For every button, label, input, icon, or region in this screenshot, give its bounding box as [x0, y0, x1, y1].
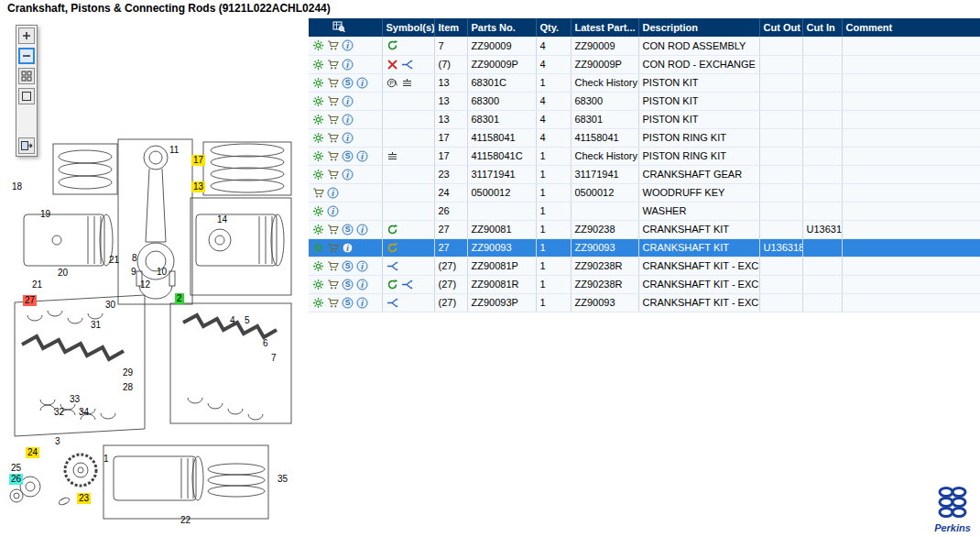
diagram-callout-31[interactable]: 31	[89, 320, 103, 331]
gear-icon[interactable]	[312, 77, 324, 89]
diagram-callout-35[interactable]: 35	[276, 474, 289, 485]
table-row[interactable]: Si(27)ZZ90093P1ZZ90093CRANKSHAFT KIT - E…	[309, 293, 980, 312]
gear-icon[interactable]	[312, 169, 324, 181]
s-icon[interactable]: S	[342, 224, 354, 236]
diagram-callout-5[interactable]: 5	[243, 315, 252, 326]
table-row[interactable]: i1741158041441158041PISTON RING KIT	[309, 128, 980, 147]
column-header-item[interactable]: Item	[434, 18, 467, 37]
column-header-parts-no-[interactable]: Parts No.	[467, 18, 536, 37]
cart-icon[interactable]	[327, 150, 339, 162]
diagram-callout-23[interactable]: 23	[77, 493, 91, 504]
info-icon[interactable]: i	[342, 169, 354, 181]
cart-icon[interactable]	[312, 187, 324, 199]
diagram-callout-34[interactable]: 34	[77, 407, 91, 418]
table-row[interactable]: i7ZZ900094ZZ90009CON ROD ASSEMBLY	[309, 37, 980, 55]
zoom-fit-button[interactable]	[18, 68, 35, 84]
diagram-callout-28[interactable]: 28	[121, 382, 135, 393]
gear-icon[interactable]	[312, 260, 324, 272]
gear-icon[interactable]	[312, 205, 324, 217]
gear-icon[interactable]	[312, 150, 324, 162]
diagram-callout-18[interactable]: 18	[10, 181, 24, 192]
diagram-callout-6[interactable]: 6	[261, 338, 270, 349]
table-row[interactable]: i24050001210500012WOODRUFF KEY	[309, 183, 980, 202]
s-icon[interactable]: S	[342, 77, 354, 89]
cart-icon[interactable]	[327, 59, 339, 71]
diagram-callout-2[interactable]: 2	[175, 293, 184, 304]
diagram-callout-22[interactable]: 22	[179, 515, 192, 526]
s-icon[interactable]: S	[342, 297, 354, 309]
gear-icon[interactable]	[312, 59, 324, 71]
diagram-callout-17[interactable]: 17	[191, 155, 205, 166]
column-header-latest-part-[interactable]: Latest Part...	[571, 18, 638, 37]
cart-icon[interactable]	[327, 279, 339, 290]
info-icon[interactable]: i	[356, 224, 368, 236]
diagram-callout-10[interactable]: 10	[155, 267, 169, 278]
diagram-callout-21[interactable]: 21	[30, 279, 44, 290]
diagram-callout-11[interactable]: 11	[168, 145, 180, 156]
gear-icon[interactable]	[312, 132, 324, 144]
table-row[interactable]: Si27ZZ900811ZZ90238CRANKSHAFT KITU136319	[309, 220, 980, 238]
diagram-callout-8[interactable]: 8	[130, 253, 139, 264]
column-header-actions[interactable]	[309, 18, 382, 37]
info-icon[interactable]: i	[342, 39, 354, 51]
s-icon[interactable]: S	[342, 150, 354, 162]
info-icon[interactable]: i	[342, 242, 354, 254]
diagram-callout-9[interactable]: 9	[129, 267, 138, 278]
cart-icon[interactable]	[327, 297, 339, 309]
diagram-callout-33[interactable]: 33	[68, 394, 82, 405]
info-icon[interactable]: i	[356, 77, 368, 89]
table-row[interactable]: i27ZZ900931ZZ90093CRANKSHAFT KITU136318	[309, 238, 980, 257]
info-icon[interactable]: i	[342, 59, 354, 71]
table-row[interactable]: i(7)ZZ90009P4ZZ90009PCON ROD - EXCHANGE	[309, 55, 980, 73]
table-row[interactable]: i1368301468301PISTON KIT	[309, 110, 980, 128]
cart-icon[interactable]	[327, 39, 339, 51]
gear-icon[interactable]	[312, 224, 324, 236]
gear-icon[interactable]	[312, 279, 324, 290]
cart-icon[interactable]	[327, 114, 339, 126]
cart-icon[interactable]	[327, 95, 339, 107]
gear-icon[interactable]	[312, 114, 324, 126]
column-header-symbol-s-[interactable]: Symbol(s)	[382, 18, 434, 37]
cart-icon[interactable]	[327, 132, 339, 144]
gear-icon[interactable]	[312, 95, 324, 107]
diagram-callout-30[interactable]: 30	[103, 300, 117, 311]
column-header-description[interactable]: Description	[638, 18, 759, 37]
table-search-icon[interactable]	[332, 20, 345, 33]
diagram-callout-19[interactable]: 19	[38, 209, 52, 220]
diagram-callout-7[interactable]: 7	[269, 353, 278, 364]
column-header-cut-in[interactable]: Cut In	[802, 18, 842, 37]
info-icon[interactable]: i	[356, 297, 368, 309]
cart-icon[interactable]	[327, 242, 339, 254]
column-header-comment[interactable]: Comment	[842, 18, 980, 37]
diagram-callout-1[interactable]: 1	[102, 454, 111, 465]
zoom-out-button[interactable]	[18, 48, 35, 64]
table-row[interactable]: Si(27)ZZ90081R1ZZ90238RCRANKSHAFT KIT - …	[309, 275, 980, 293]
s-icon[interactable]: S	[342, 260, 354, 272]
cart-icon[interactable]	[327, 260, 339, 272]
diagram-callout-29[interactable]: 29	[121, 367, 135, 378]
info-icon[interactable]: i	[327, 187, 339, 199]
diagram-callout-25[interactable]: 25	[9, 463, 23, 474]
diagram-callout-27[interactable]: 27	[23, 295, 37, 306]
table-row[interactable]: i2331171941131171941CRANKSHAFT GEAR	[309, 165, 980, 183]
diagram-callout-32[interactable]: 32	[52, 407, 66, 418]
info-icon[interactable]: i	[356, 279, 368, 290]
zoom-in-button[interactable]	[18, 27, 35, 44]
diagram-callout-12[interactable]: 12	[138, 279, 152, 290]
cart-icon[interactable]	[327, 224, 339, 236]
s-icon[interactable]: S	[342, 279, 354, 290]
table-row[interactable]: i261WASHER	[309, 202, 980, 220]
zoom-actual-button[interactable]	[18, 88, 35, 104]
diagram-callout-4[interactable]: 4	[228, 315, 237, 326]
diagram-callout-20[interactable]: 20	[56, 268, 70, 279]
gear-icon[interactable]	[312, 297, 324, 309]
diagram-callout-21[interactable]: 21	[107, 255, 121, 266]
table-row[interactable]: SiP1368301C1Check HistoryPISTON KIT	[309, 73, 980, 92]
gear-icon[interactable]	[312, 39, 324, 51]
info-icon[interactable]: i	[356, 260, 368, 272]
gear-icon[interactable]	[312, 242, 324, 254]
table-row[interactable]: Si1741158041C1Check HistoryPISTON RING K…	[309, 147, 980, 165]
diagram-callout-24[interactable]: 24	[26, 447, 39, 458]
info-icon[interactable]: i	[327, 205, 339, 217]
info-icon[interactable]: i	[356, 150, 368, 162]
